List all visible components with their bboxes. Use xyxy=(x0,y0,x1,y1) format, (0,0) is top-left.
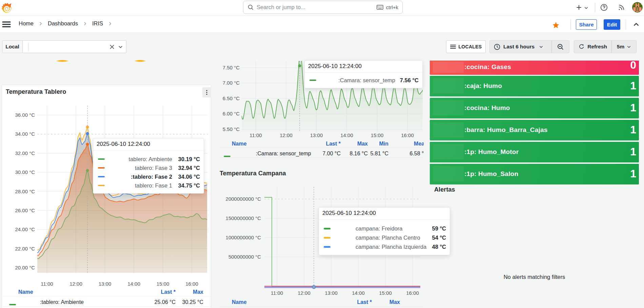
svg-text:20.00 °C: 20.00 °C xyxy=(15,265,35,270)
svg-text:26.00 °C: 26.00 °C xyxy=(15,207,35,213)
svg-text:11:00: 11:00 xyxy=(249,132,262,138)
svg-text:6.00 °C: 6.00 °C xyxy=(223,111,240,116)
svg-text:13:00: 13:00 xyxy=(310,132,323,138)
svg-text:15:00: 15:00 xyxy=(379,290,392,296)
svg-text:16:00: 16:00 xyxy=(406,290,419,296)
svg-text:30.00 °C: 30.00 °C xyxy=(15,169,35,175)
svg-text:15:00: 15:00 xyxy=(371,132,384,138)
svg-text:12:00: 12:00 xyxy=(280,132,293,138)
svg-text:32.00 °C: 32.00 °C xyxy=(15,150,35,156)
svg-text:24.00 °C: 24.00 °C xyxy=(15,226,35,232)
svg-text:1500000000 °C: 1500000000 °C xyxy=(226,215,261,221)
svg-text:14:00: 14:00 xyxy=(340,132,353,138)
svg-text:13:00: 13:00 xyxy=(99,281,112,287)
svg-text:5.50 °C: 5.50 °C xyxy=(223,126,240,132)
svg-text:15:00: 15:00 xyxy=(157,281,169,287)
svg-text:500000000 °C: 500000000 °C xyxy=(228,254,261,260)
svg-text:36.00 °C: 36.00 °C xyxy=(15,112,35,118)
svg-text:34.00 °C: 34.00 °C xyxy=(15,131,35,137)
svg-text:11:00: 11:00 xyxy=(41,281,53,287)
svg-text:14:00: 14:00 xyxy=(127,281,140,287)
svg-text:7.00 °C: 7.00 °C xyxy=(223,80,240,86)
svg-text:7.50 °C: 7.50 °C xyxy=(223,65,240,70)
svg-text:16:00: 16:00 xyxy=(185,281,198,287)
svg-text:6.50 °C: 6.50 °C xyxy=(223,95,240,101)
svg-text:12:00: 12:00 xyxy=(298,290,310,296)
svg-text:28.00 °C: 28.00 °C xyxy=(15,189,35,194)
svg-text:2000000000 °C: 2000000000 °C xyxy=(226,196,261,202)
svg-text:1000000000 °C: 1000000000 °C xyxy=(226,235,261,240)
svg-text:11:00: 11:00 xyxy=(271,290,283,296)
svg-text:13:00: 13:00 xyxy=(325,290,338,296)
svg-text:22.00 °C: 22.00 °C xyxy=(15,246,35,251)
svg-text:12:00: 12:00 xyxy=(69,281,82,287)
svg-text:16:00: 16:00 xyxy=(401,132,414,138)
svg-text:14:00: 14:00 xyxy=(352,290,365,296)
